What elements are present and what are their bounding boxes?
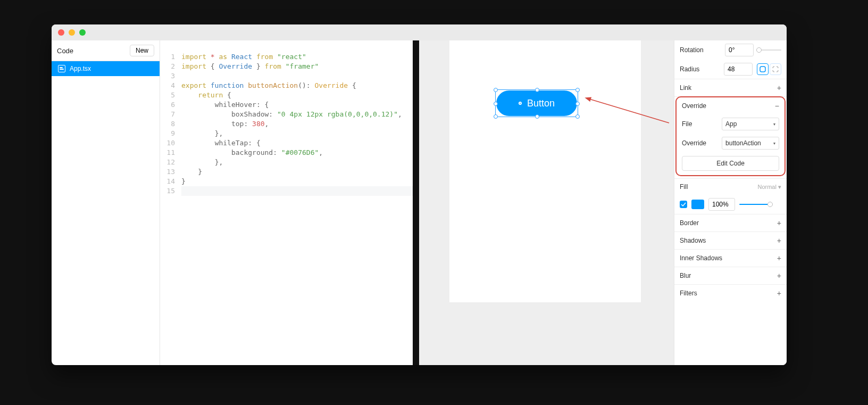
selection-handle[interactable]: [575, 114, 580, 119]
app-window: Code New App.tsx 123456789101112131415 i…: [52, 24, 787, 365]
plus-icon[interactable]: +: [777, 271, 781, 280]
sidebar-title: Code: [57, 47, 73, 55]
window-zoom-icon[interactable]: [79, 29, 86, 36]
border-label: Border: [680, 219, 699, 227]
radius-independent-icon[interactable]: [770, 63, 781, 75]
selection-handle[interactable]: [494, 114, 498, 119]
override-label: Override: [682, 102, 706, 110]
override-section-header[interactable]: Override −: [677, 97, 784, 114]
plus-icon[interactable]: +: [777, 289, 781, 297]
radius-row: Radius: [674, 60, 787, 79]
new-code-button[interactable]: New: [130, 45, 154, 56]
inspector-panel: Rotation Radius Link + Override −: [674, 40, 787, 365]
blur-label: Blur: [680, 272, 691, 279]
radius-label: Radius: [680, 65, 720, 73]
code-editor[interactable]: 123456789101112131415 import * as React …: [160, 40, 413, 365]
shadows-section-header[interactable]: Shadows +: [674, 232, 787, 249]
override-panel: Override − File App ▾ Override buttonAct…: [675, 96, 786, 176]
sidebar-file-label: App.tsx: [70, 65, 91, 72]
blur-section-header[interactable]: Blur +: [674, 267, 787, 284]
fill-label: Fill: [680, 183, 688, 191]
override-field-label: Override: [682, 139, 717, 147]
window-minimize-icon[interactable]: [69, 29, 75, 36]
fill-opacity-input[interactable]: [708, 198, 735, 211]
link-label: Link: [680, 84, 691, 92]
filters-label: Filters: [680, 290, 697, 297]
override-file-row: File App ▾: [677, 114, 784, 134]
border-section-header[interactable]: Border +: [674, 214, 787, 232]
fill-value-row: [674, 195, 787, 214]
selection-handle[interactable]: [494, 88, 498, 92]
fill-enabled-checkbox[interactable]: [680, 201, 687, 208]
inner-shadows-label: Inner Shadows: [680, 254, 722, 262]
chevron-down-icon: ▾: [773, 122, 775, 127]
sidebar-file-item[interactable]: App.tsx: [52, 61, 160, 76]
plus-icon[interactable]: +: [777, 219, 781, 227]
rotation-input[interactable]: [725, 44, 754, 56]
svg-rect-1: [760, 67, 765, 72]
window-titlebar: [52, 24, 787, 40]
override-select[interactable]: buttonAction ▾: [722, 137, 779, 150]
radius-input[interactable]: [724, 63, 753, 76]
inner-shadows-section-header[interactable]: Inner Shadows +: [674, 249, 787, 267]
file-select[interactable]: App ▾: [722, 118, 779, 130]
edit-code-button[interactable]: Edit Code: [682, 156, 779, 171]
file-label: File: [682, 120, 717, 128]
panel-divider[interactable]: [413, 40, 419, 365]
rotation-row: Rotation: [674, 40, 787, 60]
shadows-label: Shadows: [680, 237, 706, 244]
override-fn-row: Override buttonAction ▾: [677, 134, 784, 153]
filters-section-header[interactable]: Filters +: [674, 284, 787, 302]
plus-icon[interactable]: +: [777, 236, 781, 245]
button-dot-icon: [519, 102, 522, 105]
button-component[interactable]: Button: [496, 90, 577, 116]
line-number-gutter: 123456789101112131415: [160, 52, 181, 365]
fill-color-swatch[interactable]: [691, 200, 704, 209]
radius-uniform-icon[interactable]: [757, 63, 769, 75]
sidebar-header: Code New: [52, 40, 160, 61]
code-file-icon: [58, 65, 65, 72]
minus-icon[interactable]: −: [775, 102, 779, 110]
link-section-header[interactable]: Link +: [674, 79, 787, 97]
code-content[interactable]: import * as React from "react" import { …: [181, 52, 413, 365]
chevron-down-icon: ▾: [773, 141, 775, 146]
fill-mode-label[interactable]: Normal ▾: [757, 184, 781, 191]
rotation-slider[interactable]: [758, 49, 781, 51]
selection-handle[interactable]: [575, 88, 580, 92]
code-sidebar: Code New App.tsx: [52, 40, 160, 365]
fill-opacity-slider[interactable]: [739, 204, 771, 205]
canvas[interactable]: Button: [419, 40, 674, 365]
window-close-icon[interactable]: [58, 29, 64, 36]
button-label: Button: [527, 98, 555, 109]
fill-section-header[interactable]: Fill Normal ▾: [674, 178, 787, 195]
rotation-label: Rotation: [680, 46, 721, 54]
device-frame[interactable]: Button: [449, 40, 641, 302]
plus-icon[interactable]: +: [777, 84, 781, 92]
plus-icon[interactable]: +: [777, 254, 781, 262]
